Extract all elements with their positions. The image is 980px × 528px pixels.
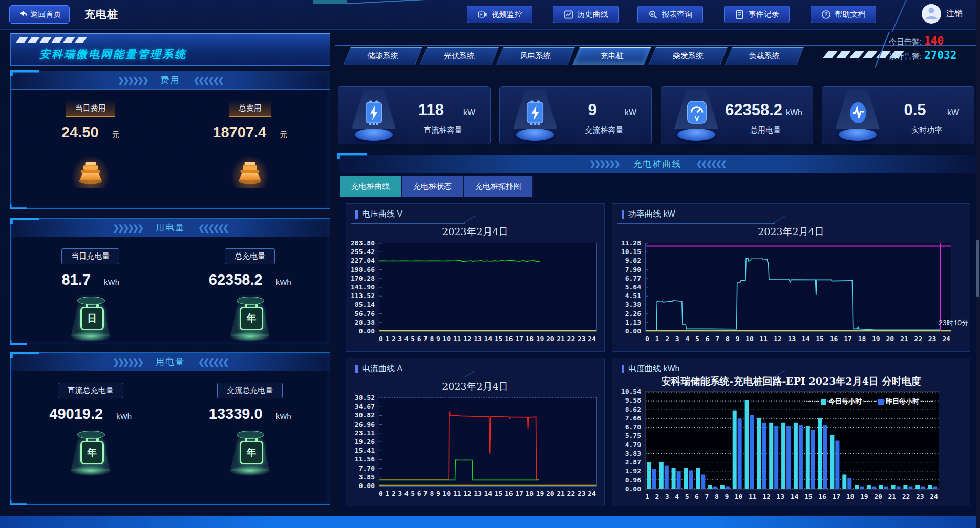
kpi-card-交流桩容量: 9kW交流桩容量 (499, 86, 652, 144)
chevron-right-icon: ❯❯❯❯❯❯ (113, 357, 142, 367)
topbar-button-视频监控[interactable]: 视频监控 (467, 6, 532, 23)
topbar-button-报表查询[interactable]: 报表查询 (637, 6, 703, 23)
event-log-icon (735, 10, 744, 19)
x-tick-label: 14 (484, 490, 492, 497)
system-tab-充电桩[interactable]: 充电桩 (572, 47, 652, 65)
topbar-button-帮助文档[interactable]: ?帮助文档 (811, 6, 876, 23)
y-tick-label: 227.04 (351, 257, 375, 264)
scrollbar[interactable] (976, 0, 980, 528)
stat-value: 13339.0 (209, 406, 263, 423)
x-tick-label: 23 (578, 490, 586, 497)
system-tab-柴发系统[interactable]: 柴发系统 (649, 47, 728, 65)
stat-label: 当日费用 (66, 101, 115, 117)
topbar-button-label: 事件记录 (749, 10, 779, 19)
x-tick-label: 1 (385, 335, 389, 343)
calendar-ear (245, 438, 247, 442)
chart-tab-充电桩状态[interactable]: 充电桩状态 (402, 176, 464, 197)
ac-pile-icon (523, 100, 547, 129)
topbar-button-事件记录[interactable]: 事件记录 (724, 6, 790, 23)
x-tick-label: 22 (567, 490, 576, 497)
y-tick-label: 0.96 (625, 476, 641, 484)
chart-label-bar (622, 365, 624, 373)
x-axis-ticks: 0123456789101112131415161718192021222324 (645, 335, 950, 343)
y-tick-label: 7.70 (359, 464, 375, 472)
year-calendar-icon: 年 (225, 429, 274, 478)
x-tick-label: 12 (774, 335, 782, 343)
y-tick-label: 3.85 (359, 473, 375, 481)
today-alarm-value: 140 (924, 35, 944, 47)
x-tick-label: 5 (411, 335, 415, 343)
x-tick-label: 11 (453, 335, 461, 343)
x-tick-label: 2 (392, 335, 396, 343)
stat-value: 49019.2 (49, 406, 103, 423)
scrollbar-thumb[interactable] (976, 240, 979, 297)
x-tick-label: 16 (505, 335, 513, 343)
x-tick-label: 10 (745, 335, 754, 343)
logout-button[interactable]: 注销 (946, 9, 963, 19)
kpi-card-总用电量: V62358.2kWh总用电量 (661, 86, 813, 144)
topbar-button-历史曲线[interactable]: 历史曲线 (553, 6, 619, 23)
topbar-button-label: 视频监控 (492, 10, 522, 19)
x-tick-label: 11 (749, 493, 757, 500)
x-tick-label: 4 (675, 493, 679, 500)
cylinder-top-decoration (237, 431, 264, 439)
y-tick-label: 15.41 (355, 447, 375, 454)
chart-title: 安科瑞储能系统-充电桩回路-EPI 2023年2月4日 分时电度 (612, 375, 970, 388)
x-tick-label: 0 (379, 335, 383, 343)
system-tab-储能系统[interactable]: 储能系统 (344, 47, 423, 65)
x-tick-label: 21 (557, 490, 565, 497)
icon-pedestal (516, 129, 554, 141)
page-title: 充电桩 (84, 7, 118, 22)
x-tick-label: 7 (423, 490, 428, 497)
y-tick-label: 0.00 (625, 327, 641, 335)
x-tick-label: 4 (685, 335, 689, 343)
x-tick-label: 15 (816, 335, 824, 343)
panel-header: ❯❯❯❯❯❯用电量❮❮❮❮❮❮ (11, 353, 330, 371)
chart-label-text: 功率曲线 kW (628, 209, 675, 220)
x-tick-label: 19 (536, 335, 544, 343)
x-tick-label: 12 (463, 490, 472, 497)
system-tab-光伏系统[interactable]: 光伏系统 (420, 47, 499, 65)
system-tab-label: 柴发系统 (673, 51, 704, 61)
today-alarm-label: 今日告警: (889, 37, 922, 47)
year-calendar-icon: 年 (225, 294, 274, 344)
x-tick-label: 8 (715, 493, 719, 500)
green-glow-decoration (229, 466, 270, 476)
calendar-ear (245, 304, 247, 308)
panel-grid: 直流总充电量交流总充电量49019.2kWh13339.0kWh年年 (11, 371, 330, 479)
chart-tab-充电桩拓扑图[interactable]: 充电桩拓扑图 (464, 176, 534, 197)
kpi-card-实时功率: 0.5kW实时功率 (822, 86, 974, 144)
system-tab-负载系统[interactable]: 负载系统 (725, 47, 804, 65)
y-tick-label: 4.79 (625, 441, 641, 449)
system-tab-label: 储能系统 (368, 51, 398, 61)
kpi-card-right: 0.5kW实时功率 (883, 87, 971, 144)
y-tick-label: 56.76 (355, 310, 375, 318)
stat-unit: 元 (280, 130, 287, 140)
topbar-button-label: 报表查询 (662, 10, 693, 19)
chevron-left-icon: ❮❮❮❮❮❮ (696, 159, 726, 168)
x-tick-label: 8 (430, 335, 434, 343)
chart-label-bar (355, 365, 358, 373)
x-tick-label: 22 (914, 335, 922, 343)
user-avatar[interactable] (922, 4, 941, 24)
calendar-ear (86, 304, 88, 308)
chart-legend: 今日每小时昨日每小时 (806, 397, 933, 406)
chart-tab-充电桩曲线[interactable]: 充电桩曲线 (340, 176, 402, 197)
y-tick-label: 198.66 (351, 266, 375, 273)
icon-pedestal (677, 129, 715, 141)
back-home-button[interactable]: 返回首页 (9, 5, 70, 24)
x-tick-label: 2 (655, 493, 659, 500)
x-tick-label: 13 (474, 335, 482, 343)
legend-leader (921, 401, 933, 402)
y-axis-ticks: 11.2810.159.027.906.775.644.513.382.261.… (612, 243, 644, 331)
x-tick-label: 19 (872, 335, 880, 343)
back-home-label: 返回首页 (31, 10, 61, 19)
system-tab-风电系统[interactable]: 风电系统 (496, 47, 576, 65)
icon-pedestal (355, 129, 393, 141)
chart-card-电度曲线: 电度曲线 kWh安科瑞储能系统-充电桩回路-EPI 2023年2月4日 分时电度… (612, 358, 970, 506)
help-icon: ? (821, 10, 831, 19)
alarm-panel: 今日告警: 140 累计告警: 27032 (889, 33, 977, 66)
plot-area (645, 243, 951, 332)
y-tick-label: 283.80 (351, 239, 375, 247)
chart-label-bar (355, 210, 358, 219)
